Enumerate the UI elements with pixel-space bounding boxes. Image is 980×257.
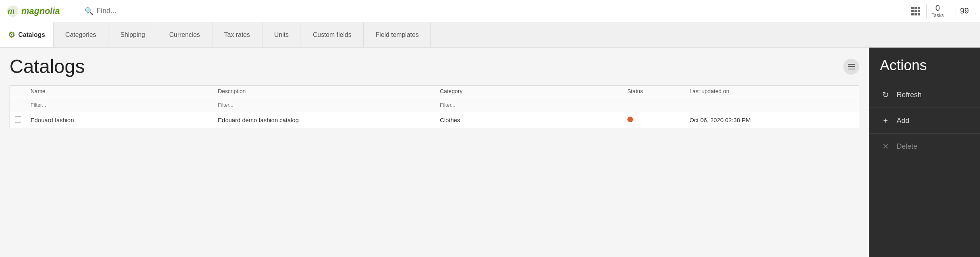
row-last-updated: Oct 06, 2020 02:38 PM xyxy=(685,112,859,128)
hamburger-icon xyxy=(848,64,855,69)
status-dot-icon xyxy=(627,117,633,122)
tab-units[interactable]: Units xyxy=(262,22,301,47)
catalogs-table: Name Description Category Status Last up… xyxy=(10,85,859,128)
main-wrapper: Catalogs Name Description Category Statu… xyxy=(0,48,980,257)
description-filter[interactable] xyxy=(218,102,285,108)
action-delete-label: Delete xyxy=(897,142,917,151)
logo-text: magnolia xyxy=(21,6,60,16)
col-status: Status xyxy=(623,86,685,97)
search-bar[interactable]: 🔍 xyxy=(78,0,911,22)
tab-field-templates-label: Field templates xyxy=(376,31,419,38)
tab-currencies[interactable]: Currencies xyxy=(157,22,212,47)
col-last-updated: Last updated on xyxy=(685,86,859,97)
delete-icon: ✕ xyxy=(880,141,891,152)
tasks-area[interactable]: 0 Tasks xyxy=(926,4,949,18)
action-refresh-label: Refresh xyxy=(897,91,922,99)
actions-panel: Actions ↻ Refresh + Add ✕ Delete xyxy=(869,48,980,257)
tab-catalogs-active[interactable]: ⚙ Catalogs xyxy=(0,22,54,47)
col-category: Category xyxy=(435,86,623,97)
row-status xyxy=(623,112,685,128)
table-row[interactable]: Edouard fashion Edouard demo fashion cat… xyxy=(10,112,859,128)
top-right: 0 Tasks 99 xyxy=(911,4,974,18)
logo-area: m magnolia xyxy=(6,5,78,17)
gear-icon: ⚙ xyxy=(8,30,15,40)
tab-currencies-label: Currencies xyxy=(169,31,200,38)
row-description: Edouard demo fashion catalog xyxy=(213,112,435,128)
row-category: Clothes xyxy=(435,112,623,128)
category-filter[interactable] xyxy=(440,102,507,108)
content-area: Catalogs Name Description Category Statu… xyxy=(0,48,869,257)
tab-units-label: Units xyxy=(274,31,289,38)
tasks-count: 0 xyxy=(936,4,940,13)
tab-shipping[interactable]: Shipping xyxy=(108,22,157,47)
tab-shipping-label: Shipping xyxy=(120,31,145,38)
row-name: Edouard fashion xyxy=(26,112,213,128)
tab-tax-rates[interactable]: Tax rates xyxy=(212,22,262,47)
table-filter-row xyxy=(10,97,859,112)
grid-dots-icon[interactable] xyxy=(911,7,920,15)
action-add[interactable]: + Add xyxy=(869,107,980,133)
actions-title: Actions xyxy=(869,48,980,82)
tab-categories-label: Categories xyxy=(66,31,96,38)
col-checkbox xyxy=(10,86,26,97)
action-add-label: Add xyxy=(897,117,909,125)
add-icon: + xyxy=(880,115,891,126)
col-name: Name xyxy=(26,86,213,97)
notifications-count: 99 xyxy=(960,6,969,15)
svg-text:m: m xyxy=(8,7,15,15)
action-refresh[interactable]: ↻ Refresh xyxy=(869,82,980,107)
magnolia-logo-icon: m xyxy=(6,5,19,17)
row-checkbox[interactable] xyxy=(15,116,21,123)
notifications-area[interactable]: 99 xyxy=(955,6,974,15)
tab-categories[interactable]: Categories xyxy=(54,22,108,47)
refresh-icon: ↻ xyxy=(880,89,891,100)
search-icon: 🔍 xyxy=(85,7,93,15)
top-bar: m magnolia 🔍 0 Tasks 99 xyxy=(0,0,980,22)
search-input[interactable] xyxy=(96,7,905,15)
action-delete[interactable]: ✕ Delete xyxy=(869,133,980,159)
name-filter[interactable] xyxy=(31,102,97,108)
tab-tax-rates-label: Tax rates xyxy=(224,31,250,38)
tasks-label: Tasks xyxy=(932,13,944,18)
tab-custom-fields[interactable]: Custom fields xyxy=(301,22,364,47)
table-header-row: Name Description Category Status Last up… xyxy=(10,86,859,97)
nav-tabs: ⚙ Catalogs Categories Shipping Currencie… xyxy=(0,22,980,48)
tab-custom-fields-label: Custom fields xyxy=(313,31,351,38)
col-description: Description xyxy=(213,86,435,97)
table-menu-button[interactable] xyxy=(843,59,859,75)
page-title: Catalogs xyxy=(10,56,85,77)
tab-field-templates[interactable]: Field templates xyxy=(364,22,431,47)
tab-catalogs-label: Catalogs xyxy=(18,31,45,38)
